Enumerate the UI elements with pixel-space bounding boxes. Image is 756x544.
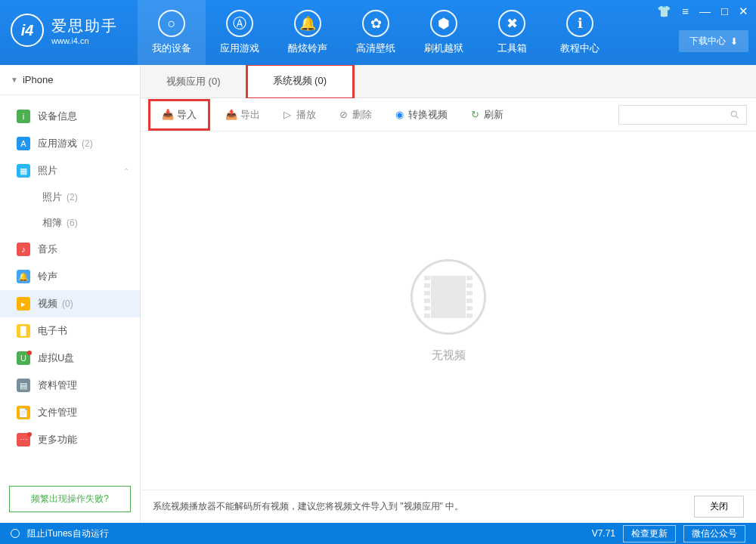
flower-icon: ✿ [362,10,389,37]
sidebar-icon: ♪ [17,243,30,256]
app-title-cn: 爱思助手 [51,16,118,36]
main-panel: 视频应用 (0)系统视频 (0) 📥 导入 📤 导出 ▷ 播放 ⊘ 删除 ◉ 转… [141,65,756,523]
convert-label: 转换视频 [408,108,448,122]
sidebar-icon: ▉ [17,324,30,338]
app-icon: Ⓐ [226,10,253,37]
sidebar-icon: 🔔 [17,270,30,283]
info-close-button[interactable]: 关闭 [694,496,744,518]
sidebar-item[interactable]: U虚拟U盘 [0,345,140,372]
import-label: 导入 [177,108,197,122]
tools-icon: ✖ [498,10,525,37]
tshirt-icon[interactable]: 👕 [657,5,671,18]
statusbar: 阻止iTunes自动运行 V7.71 检查更新 微信公众号 [0,523,756,544]
search-icon [730,110,740,120]
sidebar-label: 音乐 [38,243,57,256]
toolbar: 📥 导入 📤 导出 ▷ 播放 ⊘ 删除 ◉ 转换视频 ↻ 刷新 [141,98,756,131]
top-nav-label: 酷炫铃声 [288,42,327,55]
sidebar-item[interactable]: ▸视频(0) [0,290,140,317]
download-center-button[interactable]: 下载中心 ⬇ [679,30,748,52]
top-nav-box[interactable]: ⬢刷机越狱 [410,0,478,65]
red-dot-icon [27,351,32,355]
device-selector[interactable]: ▼ iPhone [0,65,140,95]
export-icon: 📤 [225,109,237,121]
top-nav-label: 高清壁纸 [356,42,395,55]
sidebar: ▼ iPhone i设备信息A应用游戏(2)▦照片⌃照片(2)相簿(6)♪音乐🔔… [0,65,141,523]
info-bar: 系统视频播放器不能解码所有视频，建议您将视频文件导入到 "视频应用" 中。 关闭 [141,490,756,523]
refresh-button[interactable]: ↻ 刷新 [464,105,508,125]
top-nav-tools[interactable]: ✖工具箱 [478,0,546,65]
export-button[interactable]: 📤 导出 [221,105,265,125]
refresh-icon: ↻ [469,109,481,121]
search-input[interactable] [618,105,747,125]
sidebar-item[interactable]: ♪音乐 [0,236,140,263]
import-icon: 📥 [162,109,174,121]
red-dot-icon [27,432,32,437]
sidebar-item[interactable]: ▤资料管理 [0,372,140,399]
minimize-icon[interactable]: — [699,5,711,18]
sidebar-subitem[interactable]: 相簿(6) [0,210,140,236]
sidebar-subitem[interactable]: 照片(2) [0,184,140,210]
sidebar-sublabel: 相簿 [42,216,62,230]
check-update-button[interactable]: 检查更新 [623,525,676,542]
svg-point-0 [731,111,736,116]
top-nav-label: 工具箱 [497,42,527,55]
sidebar-sublabel: 照片 [42,190,62,204]
empty-text: 无视频 [432,348,466,363]
top-nav-flower[interactable]: ✿高清壁纸 [342,0,410,65]
sidebar-label: 文件管理 [38,406,77,419]
delete-icon: ⊘ [337,109,349,121]
wechat-button[interactable]: 微信公众号 [683,525,745,542]
download-center-label: 下载中心 [689,35,726,48]
sidebar-icon: A [17,137,30,150]
top-nav-label: 教程中心 [560,42,600,55]
sidebar-item[interactable]: i设备信息 [0,103,140,130]
sidebar-item[interactable]: 🔔铃声 [0,263,140,290]
top-nav: ○我的设备Ⓐ应用游戏🔔酷炫铃声✿高清壁纸⬢刷机越狱✖工具箱ℹ教程中心 [138,0,614,65]
sidebar-label: 更多功能 [38,433,77,447]
sidebar-item[interactable]: ▉电子书 [0,317,140,345]
bell-icon: 🔔 [294,10,321,37]
sidebar-list: i设备信息A应用游戏(2)▦照片⌃照片(2)相簿(6)♪音乐🔔铃声▸视频(0)▉… [0,95,140,478]
convert-icon: ◉ [393,109,405,121]
sidebar-item[interactable]: ⋯更多功能 [0,426,140,453]
tab[interactable]: 视频应用 (0) [141,65,247,97]
itunes-block-label[interactable]: 阻止iTunes自动运行 [27,527,109,540]
tabs: 视频应用 (0)系统视频 (0) [141,65,756,98]
top-nav-app[interactable]: Ⓐ应用游戏 [206,0,274,65]
play-button[interactable]: ▷ 播放 [277,105,321,125]
tab[interactable]: 系统视频 (0) [247,65,354,98]
maximize-icon[interactable]: □ [721,5,728,18]
close-icon[interactable]: ✕ [739,5,748,18]
version-label: V7.71 [592,528,615,539]
sidebar-item[interactable]: 📄文件管理 [0,399,140,426]
top-nav-label: 刷机越狱 [424,42,463,55]
delete-button[interactable]: ⊘ 删除 [333,105,376,125]
device-name: iPhone [23,74,53,85]
chevron-down-icon: ▼ [11,76,18,84]
logo-icon: i4 [11,14,44,47]
sidebar-count: (2) [67,192,78,202]
top-nav-label: 我的设备 [152,42,191,55]
import-button[interactable]: 📥 导入 [150,100,209,129]
top-nav-apple[interactable]: ○我的设备 [138,0,206,65]
sidebar-label: 照片 [38,164,57,178]
top-nav-bell[interactable]: 🔔酷炫铃声 [274,0,342,65]
convert-video-button[interactable]: ◉ 转换视频 [389,105,452,125]
menu-icon[interactable]: ≡ [682,5,689,18]
empty-video-icon [411,259,486,335]
titlebar: i4 爱思助手 www.i4.cn ○我的设备Ⓐ应用游戏🔔酷炫铃声✿高清壁纸⬢刷… [0,0,756,65]
sidebar-label: 资料管理 [38,379,77,392]
app-title-en: www.i4.cn [51,36,118,45]
top-nav-label: 应用游戏 [220,42,259,55]
content-area: 无视频 [141,131,756,490]
sidebar-count: (6) [67,218,78,228]
sidebar-item[interactable]: ▦照片⌃ [0,157,140,184]
help-link[interactable]: 频繁出现操作失败? [9,486,131,512]
refresh-label: 刷新 [484,108,503,122]
window-controls: 👕 ≡ — □ ✕ [657,5,748,18]
sidebar-item[interactable]: A应用游戏(2) [0,130,140,157]
info-message: 系统视频播放器不能解码所有视频，建议您将视频文件导入到 "视频应用" 中。 [153,500,463,513]
top-nav-info[interactable]: ℹ教程中心 [546,0,614,65]
sidebar-label: 电子书 [38,324,67,338]
chevron-icon: ⌃ [123,167,129,175]
